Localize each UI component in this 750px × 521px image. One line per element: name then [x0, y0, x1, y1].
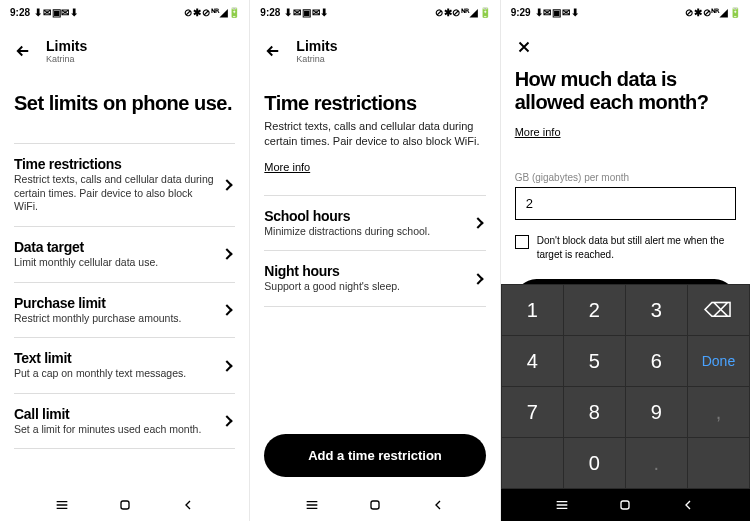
row-text-limit[interactable]: Text limitPut a cap on monthly text mess… — [14, 337, 235, 393]
chevron-right-icon — [222, 179, 233, 190]
row-title: School hours — [264, 208, 465, 224]
section-desc: Restrict texts, calls and cellular data … — [264, 119, 485, 149]
row-desc: Minimize distractions during school. — [264, 225, 465, 239]
field-label: GB (gigabytes) per month — [515, 172, 736, 183]
status-bar: 9:28 ⬇ ✉ ▣ ✉ ⬇ ⊘ ✱ ⊘ ᴺᴿ ◢ 🔋 — [250, 0, 499, 24]
add-time-restriction-button[interactable]: Add a time restriction — [264, 434, 485, 477]
key-blank2 — [688, 438, 749, 488]
key-5[interactable]: 5 — [564, 336, 625, 386]
key-9[interactable]: 9 — [626, 387, 687, 437]
row-desc: Set a limit for minutes used each month. — [14, 423, 215, 437]
checkbox-label: Don't block data but still alert me when… — [537, 234, 736, 261]
key-done[interactable]: Done — [688, 336, 749, 386]
section-title: Time restrictions — [264, 92, 485, 115]
chevron-right-icon — [472, 273, 483, 284]
row-desc: Limit monthly cellular data use. — [14, 256, 215, 270]
key-2[interactable]: 2 — [564, 285, 625, 335]
status-left-icons: ⬇ ✉ ▣ ✉ ⬇ — [34, 7, 77, 18]
status-time: 9:29 — [511, 7, 531, 18]
status-left-icons: ⬇ ✉ ▣ ✉ ⬇ — [535, 7, 578, 18]
key-7[interactable]: 7 — [502, 387, 563, 437]
svg-rect-1 — [371, 501, 379, 509]
row-desc: Restrict texts, calls and cellular data … — [14, 173, 215, 214]
row-call-limit[interactable]: Call limitSet a limit for minutes used e… — [14, 393, 235, 450]
header-title: Limits — [296, 38, 337, 54]
android-nav-bar — [0, 489, 249, 521]
row-night-hours[interactable]: Night hoursSupport a good night's sleep. — [264, 250, 485, 307]
key-backspace[interactable]: ⌫ — [688, 285, 749, 335]
row-title: Purchase limit — [14, 295, 215, 311]
recent-apps-icon[interactable] — [554, 497, 570, 513]
key-blank — [502, 438, 563, 488]
numeric-keypad: 1 2 3 ⌫ 4 5 6 Done 7 8 9 , 0 . — [501, 284, 750, 489]
row-school-hours[interactable]: School hoursMinimize distractions during… — [264, 195, 485, 251]
screen-time-restrictions: 9:28 ⬇ ✉ ▣ ✉ ⬇ ⊘ ✱ ⊘ ᴺᴿ ◢ 🔋 Limits Katri… — [250, 0, 499, 521]
status-time: 9:28 — [10, 7, 30, 18]
recent-apps-icon[interactable] — [304, 497, 320, 513]
chevron-right-icon — [222, 249, 233, 260]
gb-input[interactable] — [515, 187, 736, 220]
app-header — [501, 24, 750, 66]
key-3[interactable]: 3 — [626, 285, 687, 335]
status-left-icons: ⬇ ✉ ▣ ✉ ⬇ — [284, 7, 327, 18]
more-info-link[interactable]: More info — [264, 161, 310, 173]
header-subtitle: Katrina — [46, 54, 87, 64]
key-comma[interactable]: , — [688, 387, 749, 437]
screen-data-allowance: 9:29 ⬇ ✉ ▣ ✉ ⬇ ⊘ ✱ ⊘ ᴺᴿ ◢ 🔋 How much dat… — [501, 0, 750, 521]
row-title: Night hours — [264, 263, 465, 279]
back-arrow-icon[interactable] — [14, 42, 32, 60]
android-nav-bar — [250, 489, 499, 521]
row-desc: Restrict monthly purchase amounts. — [14, 312, 215, 326]
status-right-icons: ⊘ ✱ ⊘ ᴺᴿ ◢ 🔋 — [184, 7, 239, 18]
key-8[interactable]: 8 — [564, 387, 625, 437]
key-1[interactable]: 1 — [502, 285, 563, 335]
header-subtitle: Katrina — [296, 54, 337, 64]
status-right-icons: ⊘ ✱ ⊘ ᴺᴿ ◢ 🔋 — [435, 7, 490, 18]
page-title: Set limits on phone use. — [14, 92, 235, 115]
home-icon[interactable] — [117, 497, 133, 513]
key-0[interactable]: 0 — [564, 438, 625, 488]
status-bar: 9:29 ⬇ ✉ ▣ ✉ ⬇ ⊘ ✱ ⊘ ᴺᴿ ◢ 🔋 — [501, 0, 750, 24]
back-icon[interactable] — [680, 497, 696, 513]
close-icon[interactable] — [515, 38, 533, 56]
app-header: Limits Katrina — [250, 24, 499, 74]
row-title: Data target — [14, 239, 215, 255]
row-time-restrictions[interactable]: Time restrictionsRestrict texts, calls a… — [14, 143, 235, 226]
chevron-right-icon — [222, 360, 233, 371]
page-title: How much data is allowed each month? — [515, 68, 736, 114]
row-title: Text limit — [14, 350, 215, 366]
row-desc: Support a good night's sleep. — [264, 280, 465, 294]
app-header: Limits Katrina — [0, 24, 249, 74]
row-title: Call limit — [14, 406, 215, 422]
key-6[interactable]: 6 — [626, 336, 687, 386]
chevron-right-icon — [222, 415, 233, 426]
row-purchase-limit[interactable]: Purchase limitRestrict monthly purchase … — [14, 282, 235, 338]
chevron-right-icon — [472, 217, 483, 228]
status-bar: 9:28 ⬇ ✉ ▣ ✉ ⬇ ⊘ ✱ ⊘ ᴺᴿ ◢ 🔋 — [0, 0, 249, 24]
chevron-right-icon — [222, 304, 233, 315]
back-arrow-icon[interactable] — [264, 42, 282, 60]
row-title: Time restrictions — [14, 156, 215, 172]
alert-only-checkbox[interactable] — [515, 235, 529, 249]
recent-apps-icon[interactable] — [54, 497, 70, 513]
back-icon[interactable] — [430, 497, 446, 513]
status-right-icons: ⊘ ✱ ⊘ ᴺᴿ ◢ 🔋 — [685, 7, 740, 18]
key-4[interactable]: 4 — [502, 336, 563, 386]
row-data-target[interactable]: Data targetLimit monthly cellular data u… — [14, 226, 235, 282]
row-desc: Put a cap on monthly text messages. — [14, 367, 215, 381]
more-info-link[interactable]: More info — [515, 126, 561, 138]
svg-rect-2 — [621, 501, 629, 509]
back-icon[interactable] — [180, 497, 196, 513]
android-nav-bar — [501, 489, 750, 521]
header-title: Limits — [46, 38, 87, 54]
key-period[interactable]: . — [626, 438, 687, 488]
home-icon[interactable] — [617, 497, 633, 513]
svg-rect-0 — [121, 501, 129, 509]
screen-limits-list: 9:28 ⬇ ✉ ▣ ✉ ⬇ ⊘ ✱ ⊘ ᴺᴿ ◢ 🔋 Limits Katri… — [0, 0, 249, 521]
home-icon[interactable] — [367, 497, 383, 513]
status-time: 9:28 — [260, 7, 280, 18]
